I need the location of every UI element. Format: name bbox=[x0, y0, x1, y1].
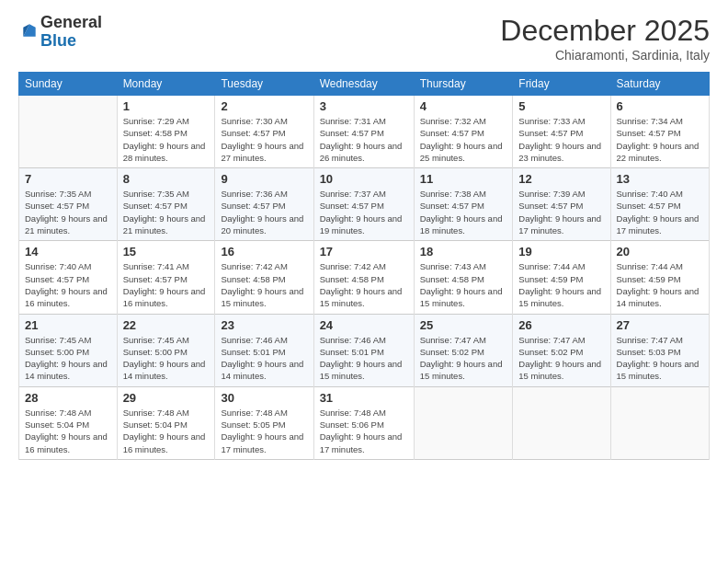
day-info: Sunrise: 7:31 AMSunset: 4:57 PMDaylight:… bbox=[320, 115, 408, 164]
calendar-cell bbox=[19, 96, 118, 168]
day-number: 19 bbox=[518, 245, 604, 259]
day-number: 2 bbox=[221, 99, 307, 113]
calendar-cell bbox=[414, 386, 513, 459]
day-info: Sunrise: 7:35 AMSunset: 4:57 PMDaylight:… bbox=[25, 188, 111, 236]
day-number: 31 bbox=[320, 391, 408, 405]
day-number: 4 bbox=[420, 99, 507, 113]
day-info: Sunrise: 7:47 AMSunset: 5:02 PMDaylight:… bbox=[518, 334, 604, 383]
weekday-header-monday: Monday bbox=[117, 73, 215, 96]
day-number: 25 bbox=[420, 318, 507, 332]
day-number: 11 bbox=[420, 172, 507, 186]
calendar-cell: 4Sunrise: 7:32 AMSunset: 4:57 PMDaylight… bbox=[414, 96, 513, 168]
weekday-header-saturday: Saturday bbox=[610, 73, 709, 96]
weekday-header-thursday: Thursday bbox=[414, 73, 513, 96]
day-number: 22 bbox=[123, 318, 210, 332]
calendar-cell: 5Sunrise: 7:33 AMSunset: 4:57 PMDaylight… bbox=[513, 96, 610, 168]
day-info: Sunrise: 7:48 AMSunset: 5:04 PMDaylight:… bbox=[25, 407, 111, 455]
day-info: Sunrise: 7:43 AMSunset: 4:58 PMDaylight:… bbox=[420, 260, 507, 309]
day-info: Sunrise: 7:33 AMSunset: 4:57 PMDaylight:… bbox=[518, 115, 604, 164]
day-info: Sunrise: 7:30 AMSunset: 4:57 PMDaylight:… bbox=[221, 115, 307, 164]
calendar-cell: 1Sunrise: 7:29 AMSunset: 4:58 PMDaylight… bbox=[117, 96, 215, 168]
day-info: Sunrise: 7:40 AMSunset: 4:57 PMDaylight:… bbox=[617, 188, 703, 236]
day-info: Sunrise: 7:36 AMSunset: 4:57 PMDaylight:… bbox=[221, 188, 307, 236]
day-number: 28 bbox=[25, 391, 111, 405]
day-info: Sunrise: 7:38 AMSunset: 4:57 PMDaylight:… bbox=[420, 188, 507, 236]
calendar-cell: 17Sunrise: 7:42 AMSunset: 4:58 PMDayligh… bbox=[313, 241, 414, 314]
logo: General Blue bbox=[18, 14, 102, 51]
day-info: Sunrise: 7:44 AMSunset: 4:59 PMDaylight:… bbox=[617, 260, 703, 309]
calendar-cell: 30Sunrise: 7:48 AMSunset: 5:05 PMDayligh… bbox=[215, 386, 313, 459]
day-number: 26 bbox=[518, 318, 604, 332]
calendar-cell: 22Sunrise: 7:45 AMSunset: 5:00 PMDayligh… bbox=[117, 314, 215, 386]
day-number: 23 bbox=[221, 318, 307, 332]
calendar-cell: 29Sunrise: 7:48 AMSunset: 5:04 PMDayligh… bbox=[117, 386, 215, 459]
calendar-cell: 13Sunrise: 7:40 AMSunset: 4:57 PMDayligh… bbox=[610, 168, 709, 241]
weekday-header-tuesday: Tuesday bbox=[215, 73, 313, 96]
calendar-cell: 15Sunrise: 7:41 AMSunset: 4:57 PMDayligh… bbox=[117, 241, 215, 314]
title-section: December 2025 Chiaramonti, Sardinia, Ita… bbox=[500, 14, 710, 63]
day-info: Sunrise: 7:45 AMSunset: 5:00 PMDaylight:… bbox=[25, 334, 111, 383]
day-number: 9 bbox=[221, 172, 307, 186]
calendar-cell: 28Sunrise: 7:48 AMSunset: 5:04 PMDayligh… bbox=[19, 386, 118, 459]
day-info: Sunrise: 7:47 AMSunset: 5:02 PMDaylight:… bbox=[420, 334, 507, 383]
page-container: General Blue December 2025 Chiaramonti, … bbox=[0, 0, 728, 469]
calendar-week-row: 1Sunrise: 7:29 AMSunset: 4:58 PMDaylight… bbox=[19, 96, 710, 168]
day-number: 13 bbox=[617, 172, 703, 186]
calendar-table: SundayMondayTuesdayWednesdayThursdayFrid… bbox=[18, 72, 710, 460]
weekday-header-sunday: Sunday bbox=[19, 73, 118, 96]
day-number: 15 bbox=[123, 245, 210, 259]
day-number: 24 bbox=[320, 318, 408, 332]
day-info: Sunrise: 7:44 AMSunset: 4:59 PMDaylight:… bbox=[518, 260, 604, 309]
calendar-cell: 10Sunrise: 7:37 AMSunset: 4:57 PMDayligh… bbox=[313, 168, 414, 241]
day-info: Sunrise: 7:45 AMSunset: 5:00 PMDaylight:… bbox=[123, 334, 210, 383]
calendar-cell: 7Sunrise: 7:35 AMSunset: 4:57 PMDaylight… bbox=[19, 168, 118, 241]
day-number: 27 bbox=[617, 318, 703, 332]
day-number: 7 bbox=[25, 172, 111, 186]
calendar-cell: 16Sunrise: 7:42 AMSunset: 4:58 PMDayligh… bbox=[215, 241, 313, 314]
day-info: Sunrise: 7:34 AMSunset: 4:57 PMDaylight:… bbox=[617, 115, 703, 164]
day-number: 20 bbox=[617, 245, 703, 259]
calendar-week-row: 28Sunrise: 7:48 AMSunset: 5:04 PMDayligh… bbox=[19, 386, 710, 459]
calendar-cell: 3Sunrise: 7:31 AMSunset: 4:57 PMDaylight… bbox=[313, 96, 414, 168]
calendar-cell: 9Sunrise: 7:36 AMSunset: 4:57 PMDaylight… bbox=[215, 168, 313, 241]
day-info: Sunrise: 7:47 AMSunset: 5:03 PMDaylight:… bbox=[617, 334, 703, 383]
weekday-header-friday: Friday bbox=[513, 73, 610, 96]
day-info: Sunrise: 7:48 AMSunset: 5:06 PMDaylight:… bbox=[320, 407, 408, 455]
day-number: 8 bbox=[123, 172, 210, 186]
calendar-cell: 14Sunrise: 7:40 AMSunset: 4:57 PMDayligh… bbox=[19, 241, 118, 314]
day-number: 21 bbox=[25, 318, 111, 332]
day-info: Sunrise: 7:46 AMSunset: 5:01 PMDaylight:… bbox=[320, 334, 408, 383]
calendar-cell: 19Sunrise: 7:44 AMSunset: 4:59 PMDayligh… bbox=[513, 241, 610, 314]
day-number: 29 bbox=[123, 391, 210, 405]
day-number: 14 bbox=[25, 245, 111, 259]
location: Chiaramonti, Sardinia, Italy bbox=[500, 48, 710, 63]
day-number: 1 bbox=[123, 99, 210, 113]
header: General Blue December 2025 Chiaramonti, … bbox=[18, 14, 710, 63]
day-number: 18 bbox=[420, 245, 507, 259]
day-info: Sunrise: 7:39 AMSunset: 4:57 PMDaylight:… bbox=[518, 188, 604, 236]
calendar-cell: 26Sunrise: 7:47 AMSunset: 5:02 PMDayligh… bbox=[513, 314, 610, 386]
calendar-cell: 20Sunrise: 7:44 AMSunset: 4:59 PMDayligh… bbox=[610, 241, 709, 314]
day-number: 6 bbox=[617, 99, 703, 113]
day-number: 17 bbox=[320, 245, 408, 259]
day-info: Sunrise: 7:32 AMSunset: 4:57 PMDaylight:… bbox=[420, 115, 507, 164]
weekday-header-row: SundayMondayTuesdayWednesdayThursdayFrid… bbox=[19, 73, 710, 96]
calendar-cell: 24Sunrise: 7:46 AMSunset: 5:01 PMDayligh… bbox=[313, 314, 414, 386]
logo-general-text: General bbox=[40, 13, 102, 31]
day-number: 12 bbox=[518, 172, 604, 186]
calendar-cell bbox=[610, 386, 709, 459]
calendar-cell: 25Sunrise: 7:47 AMSunset: 5:02 PMDayligh… bbox=[414, 314, 513, 386]
day-info: Sunrise: 7:42 AMSunset: 4:58 PMDaylight:… bbox=[320, 260, 408, 309]
weekday-header-wednesday: Wednesday bbox=[313, 73, 414, 96]
day-info: Sunrise: 7:35 AMSunset: 4:57 PMDaylight:… bbox=[123, 188, 210, 236]
day-info: Sunrise: 7:48 AMSunset: 5:05 PMDaylight:… bbox=[221, 407, 307, 455]
calendar-cell: 27Sunrise: 7:47 AMSunset: 5:03 PMDayligh… bbox=[610, 314, 709, 386]
day-info: Sunrise: 7:40 AMSunset: 4:57 PMDaylight:… bbox=[25, 260, 111, 309]
day-info: Sunrise: 7:42 AMSunset: 4:58 PMDaylight:… bbox=[221, 260, 307, 309]
calendar-week-row: 7Sunrise: 7:35 AMSunset: 4:57 PMDaylight… bbox=[19, 168, 710, 241]
calendar-week-row: 14Sunrise: 7:40 AMSunset: 4:57 PMDayligh… bbox=[19, 241, 710, 314]
logo-icon bbox=[20, 21, 39, 40]
calendar-week-row: 21Sunrise: 7:45 AMSunset: 5:00 PMDayligh… bbox=[19, 314, 710, 386]
logo-blue-text: Blue bbox=[40, 31, 76, 50]
calendar-cell: 12Sunrise: 7:39 AMSunset: 4:57 PMDayligh… bbox=[513, 168, 610, 241]
